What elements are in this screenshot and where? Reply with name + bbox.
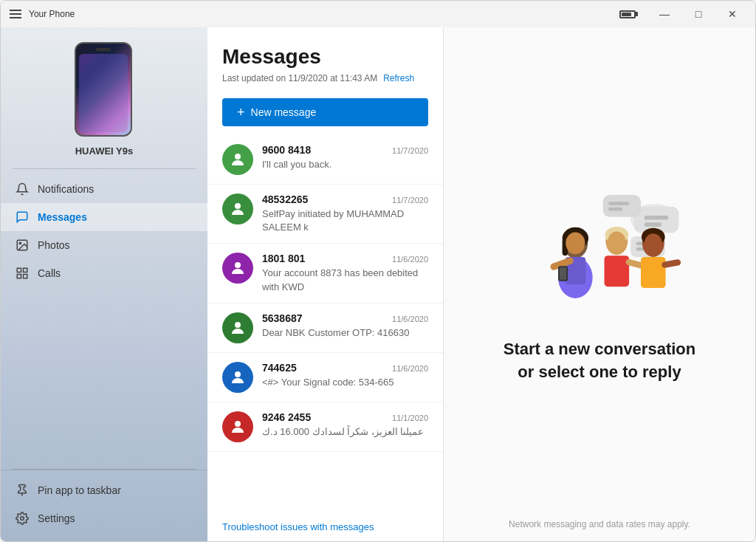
svg-rect-5 <box>17 275 21 278</box>
svg-point-12 <box>235 371 241 377</box>
avatar <box>222 312 253 343</box>
grid-icon <box>16 267 29 280</box>
nav-items: Notifications Messages <box>1 169 207 469</box>
new-message-button[interactable]: + New message <box>222 98 428 126</box>
title-bar-left: Your Phone <box>10 9 75 19</box>
new-message-label: New message <box>251 106 317 118</box>
bell-icon <box>16 182 29 196</box>
message-preview: Your account 8873 has been debited with … <box>262 267 428 293</box>
phone-name: HUAWEI Y9s <box>75 145 134 157</box>
avatar <box>222 144 253 175</box>
calls-label: Calls <box>38 267 61 279</box>
avatar <box>222 362 253 393</box>
svg-point-11 <box>235 322 241 328</box>
notifications-label: Notifications <box>38 183 94 195</box>
avatar <box>222 253 253 284</box>
message-sender: 48532265 <box>262 193 308 205</box>
message-top: 5638687 11/6/2020 <box>262 312 428 324</box>
svg-rect-39 <box>641 257 666 288</box>
close-button[interactable]: ✕ <box>715 1 749 27</box>
title-bar-controls: — □ ✕ <box>647 1 749 27</box>
message-item[interactable]: 744625 11/6/2020 <#> Your Signal code: 5… <box>207 353 443 402</box>
message-content: 1801 801 11/6/2020 Your account 8873 has… <box>262 253 428 293</box>
message-preview: Dear NBK Customer OTP: 416630 <box>262 326 428 340</box>
minimize-button[interactable]: — <box>647 1 681 27</box>
sidebar-item-settings[interactable]: Settings <box>1 504 207 532</box>
message-top: 1801 801 11/6/2020 <box>262 253 428 264</box>
pin-label: Pin app to taskbar <box>38 484 121 496</box>
battery-icon <box>619 10 636 18</box>
message-sender: 1801 801 <box>262 253 305 264</box>
sidebar-item-messages[interactable]: Messages <box>1 203 207 231</box>
message-top: 744625 11/6/2020 <box>262 362 428 374</box>
message-content: 5638687 11/6/2020 Dear NBK Customer OTP:… <box>262 312 428 340</box>
message-preview: SelfPay initiated by MUHAMMAD SALEEM k <box>262 207 428 234</box>
refresh-link[interactable]: Refresh <box>383 73 414 83</box>
svg-rect-19 <box>608 202 629 206</box>
message-preview: عميلنا العزيز، شكراً لسدادك 16.000 د.ك <box>262 425 428 439</box>
sidebar-item-photos[interactable]: Photos <box>1 231 207 259</box>
svg-point-9 <box>235 203 241 209</box>
svg-point-27 <box>566 233 585 255</box>
sidebar: HUAWEI Y9s Notifications <box>1 27 207 541</box>
title-bar: Your Phone — □ ✕ <box>1 1 755 27</box>
maximize-button[interactable]: □ <box>681 1 715 27</box>
svg-point-33 <box>608 232 625 253</box>
phone-image <box>75 42 134 138</box>
message-date: 11/6/2020 <box>392 315 428 323</box>
message-date: 11/7/2020 <box>392 196 428 205</box>
messages-updated-text: Last updated on 11/9/2020 at 11:43 AM <box>222 73 377 83</box>
app-window: Your Phone — □ ✕ HUAWEI Y9s <box>0 0 756 542</box>
sidebar-item-pin[interactable]: Pin app to taskbar <box>1 476 207 504</box>
sidebar-item-notifications[interactable]: Notifications <box>1 175 207 203</box>
avatar <box>222 411 253 442</box>
right-panel: Start a new conversation or select one t… <box>444 27 755 541</box>
phone-body <box>75 42 132 137</box>
message-item[interactable]: 9600 8418 11/7/2020 I'll call you back. <box>207 135 443 185</box>
svg-point-10 <box>235 262 241 268</box>
svg-rect-16 <box>645 216 669 220</box>
message-icon <box>16 210 29 224</box>
hamburger-icon[interactable] <box>10 10 21 18</box>
messages-panel: Messages Last updated on 11/9/2020 at 11… <box>207 27 444 541</box>
main-layout: HUAWEI Y9s Notifications <box>1 27 755 541</box>
message-date: 11/1/2020 <box>392 414 428 422</box>
message-content: 9600 8418 11/7/2020 I'll call you back. <box>262 144 428 171</box>
message-sender: 9246 2455 <box>262 411 311 423</box>
message-preview: I'll call you back. <box>262 158 428 171</box>
message-content: 9246 2455 11/1/2020 عميلنا العزيز، شكراً… <box>262 411 428 439</box>
photo-icon <box>16 239 29 252</box>
svg-point-7 <box>21 517 24 521</box>
messages-label: Messages <box>38 211 87 223</box>
phone-screen <box>79 54 128 132</box>
message-content: 744625 11/6/2020 <#> Your Signal code: 5… <box>262 362 428 389</box>
message-item[interactable]: 1801 801 11/6/2020 Your account 8873 has… <box>207 244 443 303</box>
message-item[interactable]: 48532265 11/7/2020 SelfPay initiated by … <box>207 185 443 244</box>
message-content: 48532265 11/7/2020 SelfPay initiated by … <box>262 193 428 234</box>
message-date: 11/7/2020 <box>392 146 428 155</box>
svg-point-1 <box>19 242 21 244</box>
message-top: 9600 8418 11/7/2020 <box>262 144 428 156</box>
svg-point-13 <box>235 421 241 427</box>
svg-rect-18 <box>603 195 641 217</box>
message-list: 9600 8418 11/7/2020 I'll call you back. … <box>207 135 443 512</box>
message-item[interactable]: 5638687 11/6/2020 Dear NBK Customer OTP:… <box>207 303 443 353</box>
message-item[interactable]: 9246 2455 11/1/2020 عميلنا العزيز، شكراً… <box>207 402 443 452</box>
svg-rect-20 <box>608 207 622 211</box>
right-panel-main-text: Start a new conversation or select one t… <box>496 338 703 384</box>
pin-icon <box>16 484 29 497</box>
messages-title: Messages <box>222 45 428 69</box>
message-sender: 9600 8418 <box>262 144 311 156</box>
right-panel-footer: Network messaging and data rates may app… <box>509 519 690 529</box>
photos-label: Photos <box>38 239 70 251</box>
message-sender: 744625 <box>262 362 297 374</box>
message-top: 9246 2455 11/1/2020 <box>262 411 428 423</box>
sidebar-bottom: Pin app to taskbar Settings <box>1 470 207 541</box>
app-title: Your Phone <box>29 9 75 19</box>
sidebar-item-calls[interactable]: Calls <box>1 259 207 287</box>
svg-point-8 <box>235 154 241 159</box>
phone-section: HUAWEI Y9s <box>1 27 207 168</box>
troubleshoot-link[interactable]: Troubleshoot issues with messages <box>207 512 443 541</box>
messages-subtitle: Last updated on 11/9/2020 at 11:43 AM Re… <box>222 73 428 83</box>
svg-rect-17 <box>645 223 662 227</box>
